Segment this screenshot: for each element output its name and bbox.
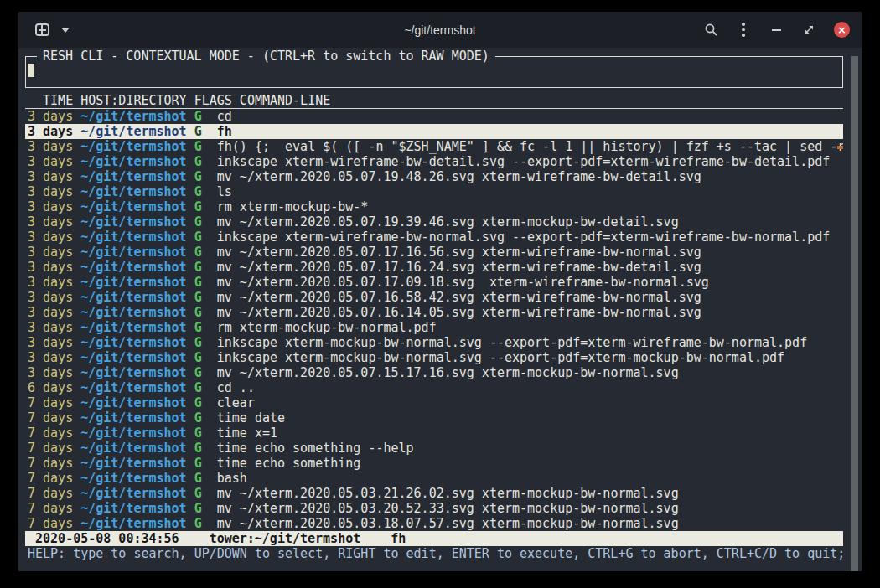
row-command: ls bbox=[217, 184, 232, 199]
search-button[interactable] bbox=[703, 23, 718, 38]
history-row[interactable]: 3 days ~/git/termshot G mv ~/xterm.2020.… bbox=[25, 305, 843, 320]
row-time: 7 days bbox=[28, 426, 73, 441]
history-row[interactable]: 3 days ~/git/termshot G rm xterm-mockup-… bbox=[25, 320, 843, 335]
gap bbox=[73, 214, 80, 230]
history-row[interactable]: 6 days ~/git/termshot G cd .. bbox=[25, 380, 843, 395]
history-row[interactable]: 3 days ~/git/termshot G mv ~/xterm.2020.… bbox=[25, 169, 843, 184]
history-row[interactable]: 3 days ~/git/termshot G mv ~/xterm.2020.… bbox=[25, 365, 843, 380]
row-command: mv ~/xterm.2020.05.03.18.07.57.svg xterm… bbox=[217, 516, 679, 531]
row-time: 3 days bbox=[28, 230, 73, 245]
history-row[interactable]: 3 days ~/git/termshot G mv ~/xterm.2020.… bbox=[25, 275, 843, 290]
gap bbox=[202, 184, 217, 199]
row-flags: G bbox=[194, 124, 202, 139]
history-row[interactable]: 3 days ~/git/termshot G mv ~/xterm.2020.… bbox=[25, 290, 843, 305]
history-row[interactable]: 3 days ~/git/termshot G inkscape xterm-w… bbox=[25, 154, 843, 169]
gap bbox=[73, 501, 80, 516]
chevron-down-icon[interactable] bbox=[61, 28, 70, 33]
row-time: 3 days bbox=[28, 214, 73, 230]
gap bbox=[187, 380, 194, 395]
history-row[interactable]: 7 days ~/git/termshot G mv ~/xterm.2020.… bbox=[25, 486, 843, 501]
history-row[interactable]: 3 days ~/git/termshot G inkscape xterm-m… bbox=[25, 350, 843, 365]
scrollbar[interactable] bbox=[851, 56, 858, 571]
search-input[interactable]: RESH CLI - CONTEXTUAL MODE - (CTRL+R to … bbox=[25, 56, 843, 88]
row-command: cd bbox=[217, 109, 232, 124]
history-row[interactable]: 3 days ~/git/termshot G ls bbox=[25, 184, 843, 199]
row-command: mv ~/xterm.2020.05.07.19.39.46.svg xterm… bbox=[217, 214, 679, 230]
new-tab-button[interactable] bbox=[35, 23, 49, 36]
row-time: 7 days bbox=[28, 410, 73, 426]
row-command: mv ~/xterm.2020.05.07.15.17.16.svg xterm… bbox=[217, 365, 679, 380]
history-row[interactable]: 7 days ~/git/termshot G clear bbox=[25, 395, 843, 410]
history-row[interactable]: 7 days ~/git/termshot G time date bbox=[25, 410, 843, 426]
row-flags: G bbox=[194, 441, 202, 456]
gap bbox=[202, 410, 217, 426]
row-host-directory: ~/git/termshot bbox=[80, 305, 186, 320]
history-row[interactable]: 7 days ~/git/termshot G mv ~/xterm.2020.… bbox=[25, 516, 843, 531]
row-flags: G bbox=[194, 410, 202, 426]
row-host-directory: ~/git/termshot bbox=[80, 214, 186, 230]
gap bbox=[202, 245, 217, 260]
history-row[interactable]: 3 days ~/git/termshot G mv ~/xterm.2020.… bbox=[25, 260, 843, 275]
close-button[interactable]: × bbox=[834, 22, 850, 38]
row-time: 3 days bbox=[28, 109, 73, 124]
row-flags: G bbox=[194, 199, 202, 214]
gap bbox=[202, 516, 217, 531]
status-datetime: 2020-05-08 00:34:56 bbox=[28, 531, 179, 546]
gap bbox=[187, 516, 194, 531]
row-flags: G bbox=[194, 320, 202, 335]
row-flags: G bbox=[194, 260, 202, 275]
terminal-screen[interactable]: RESH CLI - CONTEXTUAL MODE - (CTRL+R to … bbox=[18, 56, 862, 571]
gap bbox=[73, 441, 80, 456]
row-time: 3 days bbox=[28, 124, 73, 139]
gap bbox=[187, 139, 194, 154]
row-command: mv ~/xterm.2020.05.07.17.16.56.svg xterm… bbox=[217, 245, 701, 260]
history-row[interactable]: 3 days ~/git/termshot G rm xterm-mockup-… bbox=[25, 199, 843, 214]
gap bbox=[73, 109, 80, 124]
history-row[interactable]: 3 days ~/git/termshot G fh() {; eval $( … bbox=[25, 139, 843, 154]
restore-button[interactable] bbox=[801, 23, 816, 38]
gap bbox=[202, 290, 217, 305]
minimize-button[interactable] bbox=[769, 23, 784, 38]
history-row[interactable]: 3 days ~/git/termshot G inkscape xterm-w… bbox=[25, 230, 843, 245]
row-time: 7 days bbox=[28, 501, 73, 516]
row-flags: G bbox=[194, 154, 202, 169]
history-row[interactable]: 3 days ~/git/termshot G fh bbox=[25, 124, 843, 139]
row-flags: G bbox=[194, 501, 202, 516]
gap bbox=[187, 486, 194, 501]
history-row[interactable]: 7 days ~/git/termshot G mv ~/xterm.2020.… bbox=[25, 501, 843, 516]
history-row[interactable]: 3 days ~/git/termshot G inkscape xterm-m… bbox=[25, 335, 843, 350]
row-flags: G bbox=[194, 214, 202, 230]
row-flags: G bbox=[194, 169, 202, 184]
row-command: fh() {; eval $( ([ -n "$ZSH_NAME" ] && f… bbox=[217, 139, 843, 154]
gap bbox=[187, 230, 194, 245]
search-icon bbox=[704, 23, 718, 37]
gap bbox=[73, 320, 80, 335]
gap bbox=[202, 230, 217, 245]
gap bbox=[202, 501, 217, 516]
history-row[interactable]: 7 days ~/git/termshot G bash bbox=[25, 471, 843, 486]
gap bbox=[187, 169, 194, 184]
row-time: 3 days bbox=[28, 154, 73, 169]
menu-button[interactable] bbox=[736, 23, 751, 38]
row-host-directory: ~/git/termshot bbox=[80, 350, 186, 365]
row-command: inkscape xterm-mockup-bw-normal.svg --ex… bbox=[217, 350, 784, 365]
row-flags: G bbox=[194, 395, 202, 410]
row-host-directory: ~/git/termshot bbox=[80, 290, 186, 305]
row-time: 3 days bbox=[28, 169, 73, 184]
history-row[interactable]: 7 days ~/git/termshot G time x=1 bbox=[25, 426, 843, 441]
history-row[interactable]: 7 days ~/git/termshot G time echo someth… bbox=[25, 441, 843, 456]
minimize-icon bbox=[772, 29, 781, 31]
history-row[interactable]: 3 days ~/git/termshot G cd bbox=[25, 109, 843, 124]
row-command: mv ~/xterm.2020.05.03.21.26.02.svg xterm… bbox=[217, 486, 679, 501]
history-row[interactable]: 3 days ~/git/termshot G mv ~/xterm.2020.… bbox=[25, 214, 843, 230]
gap bbox=[73, 230, 80, 245]
history-row[interactable]: 3 days ~/git/termshot G mv ~/xterm.2020.… bbox=[25, 245, 843, 260]
row-time: 3 days bbox=[28, 365, 73, 380]
row-flags: G bbox=[194, 516, 202, 531]
row-command: mv ~/xterm.2020.05.07.17.16.24.svg xterm… bbox=[217, 260, 701, 275]
history-row[interactable]: 7 days ~/git/termshot G time echo someth… bbox=[25, 456, 843, 471]
row-flags: G bbox=[194, 335, 202, 350]
row-flags: G bbox=[194, 109, 202, 124]
gap bbox=[187, 395, 194, 410]
row-flags: G bbox=[194, 486, 202, 501]
